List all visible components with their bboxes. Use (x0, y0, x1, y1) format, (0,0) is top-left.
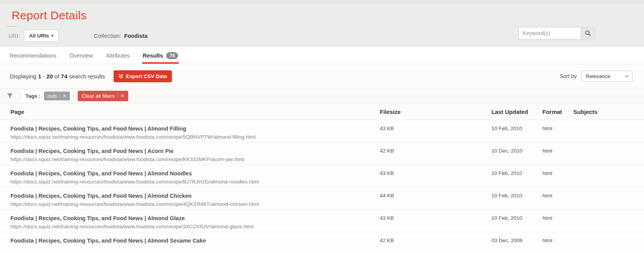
top-strip (0, 0, 644, 3)
result-url[interactable]: https://docs.squiz.net/training-resource… (10, 179, 380, 185)
result-subjects (573, 192, 644, 193)
results-suffix: search results (69, 73, 105, 80)
results-summary-bar: Displaying 1 - 20 of 74 search results E… (0, 64, 644, 88)
result-filesize: 44 KB (380, 192, 491, 199)
result-title[interactable]: Foodista | Recipes, Cooking Tips, and Fo… (10, 170, 380, 177)
range-start: 1 (38, 73, 41, 80)
result-filesize: 43 KB (380, 215, 491, 221)
column-header-last-updated: Last Updated (491, 109, 542, 115)
result-format: html (542, 148, 573, 154)
of-word: of (54, 73, 59, 80)
result-updated: 10 Feb, 2010 (491, 125, 542, 131)
result-updated: 10 Feb, 2010 (491, 192, 542, 199)
chevron-down-icon (625, 73, 629, 77)
result-row: Foodista | Recipes, Cooking Tips, and Fo… (0, 187, 644, 210)
result-subjects (573, 237, 644, 238)
page-header: Report Details URI: All URIs ▾ Collectio… (0, 0, 644, 47)
result-title[interactable]: Foodista | Recipes, Cooking Tips, and Fo… (10, 192, 380, 199)
pill-divider (117, 93, 118, 98)
result-row: Foodista | Recipes, Cooking Tips, and Fo… (0, 143, 644, 165)
remove-tag-icon[interactable]: ✕ (63, 93, 66, 98)
clear-all-filters-close-icon[interactable]: ✕ (121, 93, 124, 98)
tab-label: Results (143, 53, 163, 59)
range-end: 20 (46, 73, 53, 80)
clear-all-filters-label: Clear all filters (82, 93, 115, 99)
clear-all-filters-button[interactable]: Clear all filters ✕ (78, 91, 129, 101)
result-subjects (573, 215, 644, 215)
caret-down-icon: ▾ (51, 33, 54, 38)
result-filesize: 43 KB (380, 170, 491, 176)
results-table-header: Page Filesize Last Updated Format Subjec… (0, 104, 644, 120)
result-subjects (573, 170, 644, 170)
sort-select[interactable]: Relevance (581, 71, 632, 82)
tag-filter-pill[interactable]: nuts ✕ (44, 92, 70, 100)
result-updated: 10 Feb, 2010 (491, 215, 542, 221)
result-format: html (542, 192, 573, 199)
result-page-cell: Foodista | Recipes, Cooking Tips, and Fo… (10, 148, 380, 162)
tab-label: Recommendations (10, 53, 56, 59)
column-header-filesize: Filesize (380, 109, 491, 115)
displaying-text: Displaying 1 - 20 of 74 search results (10, 73, 105, 80)
result-url[interactable]: https://docs.squiz.net/training-resource… (10, 224, 380, 229)
results-total: 74 (61, 73, 68, 80)
result-page-cell: Foodista | Recipes, Cooking Tips, and Fo… (10, 192, 380, 207)
search-icon (585, 30, 591, 36)
sort-controls: Sort by Relevance (560, 71, 632, 82)
double-chevron-down-icon (119, 74, 123, 79)
result-title[interactable]: Foodista | Recipes, Cooking Tips, and Fo… (10, 237, 380, 244)
search-button[interactable] (581, 27, 595, 39)
uri-filter-dropdown-label: All URIs (29, 33, 49, 39)
page-title: Report Details (12, 9, 644, 22)
column-header-page: Page (10, 109, 380, 115)
displaying-word: Displaying (10, 73, 36, 80)
filter-funnel-icon (7, 93, 13, 99)
result-title[interactable]: Foodista | Recipes, Cooking Tips, and Fo… (10, 125, 380, 132)
result-format: html (542, 237, 573, 243)
result-subjects (573, 125, 644, 126)
result-page-cell: Foodista | Recipes, Cooking Tips, and Fo… (10, 125, 380, 140)
export-csv-button[interactable]: Export CSV Data (114, 70, 172, 82)
tab-attributes[interactable]: Attributes (106, 47, 129, 64)
tab-recommendations[interactable]: Recommendations (10, 47, 56, 64)
tab-label: Overview (70, 53, 93, 59)
result-page-cell: Foodista | Recipes, Cooking Tips, and Fo… (10, 237, 380, 246)
tags-filter-group: Tags : nuts ✕ (20, 90, 72, 102)
active-filters-bar: Tags : nuts ✕ Clear all filters ✕ (0, 88, 644, 104)
pill-divider (59, 93, 60, 98)
result-url[interactable]: https://docs.squiz.net/training-resource… (10, 201, 380, 207)
result-row: Foodista | Recipes, Cooking Tips, and Fo… (0, 232, 644, 253)
result-filesize: 43 KB (380, 125, 491, 131)
tab-results[interactable]: Results 74 (143, 47, 178, 64)
uri-filter-dropdown[interactable]: All URIs ▾ (24, 30, 58, 42)
tab-label: Attributes (106, 53, 129, 59)
range-separator: - (43, 73, 45, 80)
result-page-cell: Foodista | Recipes, Cooking Tips, and Fo… (10, 215, 380, 229)
result-filesize: 42 KB (380, 237, 491, 243)
results-table-body: Foodista | Recipes, Cooking Tips, and Fo… (0, 120, 644, 253)
tag-filter-value: nuts (48, 93, 57, 99)
collection-value: Foodista (124, 33, 147, 39)
tab-overview[interactable]: Overview (70, 47, 93, 64)
result-url[interactable]: https://docs.squiz.net/training-resource… (10, 134, 380, 140)
result-format: html (542, 125, 573, 131)
collection-label: Collection: (94, 33, 121, 39)
tab-bar: Recommendations Overview Attributes Resu… (0, 47, 644, 64)
result-updated: 10 Dec, 2010 (491, 148, 542, 154)
sort-by-label: Sort by (560, 73, 577, 79)
result-row: Foodista | Recipes, Cooking Tips, and Fo… (0, 165, 644, 187)
result-url[interactable]: https://docs.squiz.net/training-resource… (10, 156, 380, 162)
keyword-search-input[interactable] (518, 27, 581, 39)
result-subjects (573, 148, 644, 148)
column-header-format: Format (542, 109, 573, 115)
result-page-cell: Foodista | Recipes, Cooking Tips, and Fo… (10, 170, 380, 185)
keyword-search (518, 27, 595, 39)
result-title[interactable]: Foodista | Recipes, Cooking Tips, and Fo… (10, 148, 380, 155)
result-filesize: 42 KB (380, 148, 491, 154)
result-row: Foodista | Recipes, Cooking Tips, and Fo… (0, 210, 644, 232)
column-header-subjects: Subjects (573, 109, 644, 115)
export-csv-label: Export CSV Data (126, 73, 167, 79)
result-updated: 03 Dec, 2009 (491, 237, 542, 243)
result-title[interactable]: Foodista | Recipes, Cooking Tips, and Fo… (10, 215, 380, 222)
title-divider (7, 26, 17, 27)
result-format: html (542, 170, 573, 176)
